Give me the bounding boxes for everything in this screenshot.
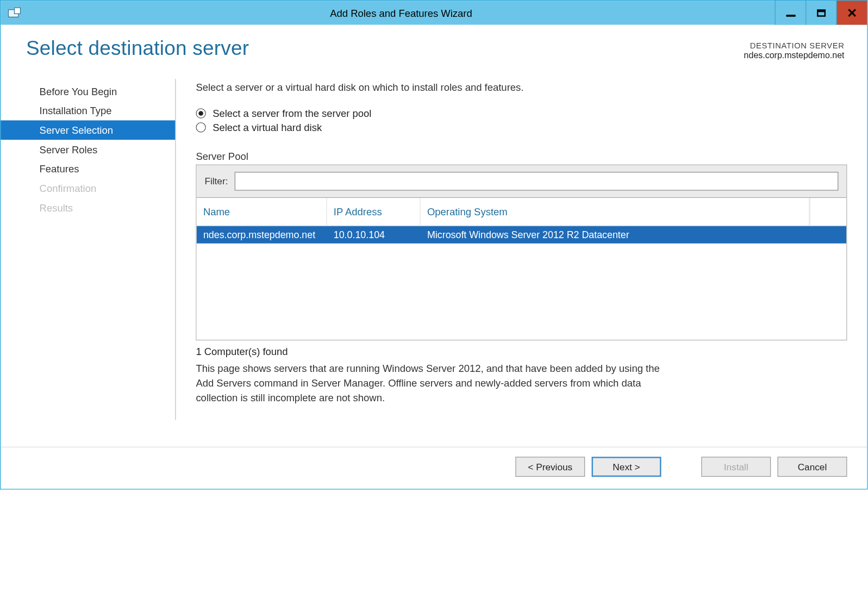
window-title: Add Roles and Features Wizard	[27, 1, 775, 24]
minimize-icon	[786, 14, 795, 16]
next-button[interactable]: Next >	[592, 457, 661, 477]
close-button[interactable]: ✕	[836, 1, 867, 24]
column-spacer	[810, 198, 847, 225]
server-row[interactable]: ndes.corp.mstepdemo.net 10.0.10.104 Micr…	[197, 226, 847, 244]
filter-label: Filter:	[204, 176, 228, 186]
step-before-you-begin[interactable]: Before You Begin	[1, 82, 175, 101]
radio-virtual-hard-disk[interactable]: Select a virtual hard disk	[196, 122, 847, 133]
step-features[interactable]: Features	[1, 159, 175, 179]
radio-server-pool[interactable]: Select a server from the server pool	[196, 108, 847, 119]
step-server-selection[interactable]: Server Selection	[1, 120, 175, 140]
step-installation-type[interactable]: Installation Type	[1, 101, 175, 121]
page-title: Select destination server	[26, 37, 744, 60]
window-controls: ✕	[775, 1, 867, 24]
step-results: Results	[1, 198, 175, 217]
column-os[interactable]: Operating System	[421, 198, 810, 225]
column-name[interactable]: Name	[197, 198, 327, 225]
destination-host: ndes.corp.mstepdemo.net	[744, 50, 845, 60]
cell-name: ndes.corp.mstepdemo.net	[197, 229, 327, 240]
instruction-text: Select a server or a virtual hard disk o…	[196, 82, 847, 93]
radio-label: Select a server from the server pool	[213, 108, 371, 119]
cancel-button[interactable]: Cancel	[777, 457, 847, 477]
step-confirmation: Confirmation	[1, 178, 175, 198]
minimize-button[interactable]	[775, 1, 806, 24]
radio-icon	[196, 122, 205, 132]
close-icon: ✕	[847, 7, 858, 19]
cell-os: Microsoft Windows Server 2012 R2 Datacen…	[421, 229, 847, 240]
maximize-button[interactable]	[805, 1, 836, 24]
cell-ip: 10.0.10.104	[327, 229, 420, 240]
computers-found: 1 Computer(s) found	[196, 346, 847, 357]
main-panel: Select a server or a virtual hard disk o…	[176, 79, 847, 420]
step-server-roles[interactable]: Server Roles	[1, 140, 175, 159]
server-manager-icon	[1, 1, 27, 24]
wizard-steps-sidebar: Before You Begin Installation Type Serve…	[1, 79, 176, 420]
grid-header: Name IP Address Operating System	[197, 198, 847, 226]
titlebar: Add Roles and Features Wizard ✕	[1, 1, 867, 24]
radio-label: Select a virtual hard disk	[213, 122, 322, 133]
previous-button[interactable]: < Previous	[515, 457, 585, 477]
filter-input[interactable]	[235, 172, 839, 190]
column-ip[interactable]: IP Address	[327, 198, 420, 225]
server-pool-box: Filter: Name IP Address Operating System…	[196, 165, 847, 340]
server-pool-label: Server Pool	[196, 151, 847, 162]
destination-label: DESTINATION SERVER	[744, 41, 845, 50]
grid-body[interactable]: ndes.corp.mstepdemo.net 10.0.10.104 Micr…	[197, 226, 847, 340]
wizard-footer: < Previous Next > Install Cancel	[1, 447, 867, 489]
filter-bar: Filter:	[197, 165, 847, 198]
radio-icon	[196, 108, 205, 118]
hint-text: This page shows servers that are running…	[196, 361, 677, 405]
destination-block: DESTINATION SERVER ndes.corp.mstepdemo.n…	[744, 37, 847, 60]
install-button: Install	[701, 457, 771, 477]
wizard-window: Add Roles and Features Wizard ✕ Select d…	[0, 0, 868, 489]
maximize-icon	[817, 9, 826, 17]
